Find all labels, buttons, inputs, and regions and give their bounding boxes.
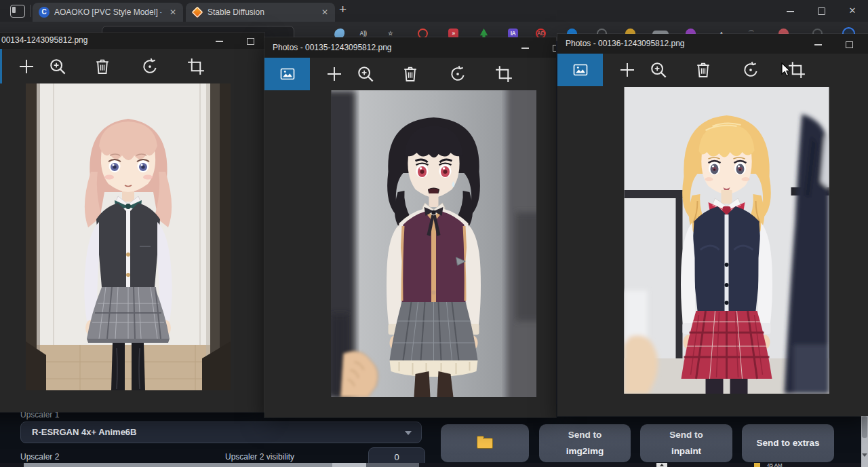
- send-to-extras-button[interactable]: Send to extras: [742, 424, 834, 462]
- photos-toolbar: [0, 49, 264, 83]
- stable-diffusion-favicon-icon: [192, 7, 203, 18]
- scrollbar-strip[interactable]: [332, 463, 366, 467]
- photos-window-title: Photos - 00135-1243095812.png: [273, 43, 391, 52]
- send-to-inpaint-button[interactable]: Send to inpaint: [640, 424, 732, 462]
- taskbar-sliver: 45 AM: [0, 463, 868, 467]
- new-tab-button[interactable]: +: [339, 2, 347, 17]
- zoom-icon[interactable]: [47, 56, 68, 77]
- see-all-photos-button[interactable]: [0, 49, 2, 83]
- minimize-icon[interactable]: [521, 48, 529, 49]
- window-title-bar[interactable]: Photos - 00136-1243095812.png: [557, 34, 868, 54]
- browser-tab-civitai[interactable]: C AOAOKO [PVC Style Model] - PV ✕: [33, 3, 183, 22]
- rotate-icon[interactable]: [741, 60, 761, 80]
- maximize-icon[interactable]: [846, 41, 853, 48]
- close-tab-icon[interactable]: ✕: [170, 7, 176, 17]
- window-title-bar[interactable]: Photos - 00135-1243095812.png: [264, 37, 556, 58]
- image-icon: [279, 66, 296, 82]
- send-to-img2img-button[interactable]: Send to img2img: [539, 424, 631, 462]
- maximize-icon[interactable]: [247, 38, 254, 45]
- tab-title: Stable Diffusion: [208, 7, 315, 17]
- see-all-photos-button[interactable]: [557, 54, 603, 86]
- window-minimize-button[interactable]: [780, 0, 800, 22]
- upscaler-1-value: R-ESRGAN 4x+ Anime6B: [32, 427, 136, 437]
- zoom-icon[interactable]: [355, 64, 376, 84]
- scrollbar-strip[interactable]: [24, 463, 332, 467]
- delete-icon[interactable]: [400, 64, 420, 84]
- scrollbar-thumb[interactable]: [862, 416, 867, 438]
- window-close-button[interactable]: ✕: [842, 0, 863, 22]
- photo-00134-image[interactable]: [26, 83, 231, 390]
- photos-window-00134: 00134-1243095812.png: [0, 33, 264, 412]
- photo-00135-image[interactable]: [331, 90, 536, 397]
- photos-toolbar: [264, 58, 556, 90]
- photos-window-title: Photos - 00136-1243095812.png: [566, 39, 684, 48]
- add-icon[interactable]: [617, 60, 637, 80]
- notification-icon: [754, 463, 760, 467]
- upscaler-2-visibility-label: Upscaler 2 visibility: [225, 452, 294, 462]
- tab-title: AOAOKO [PVC Style Model] - PV: [54, 7, 161, 17]
- window-restore-button[interactable]: [811, 0, 831, 22]
- mouse-cursor: [781, 62, 792, 80]
- minimize-icon[interactable]: [216, 41, 223, 42]
- rotate-icon[interactable]: [140, 56, 160, 77]
- photos-toolbar: [557, 54, 868, 86]
- add-icon[interactable]: [16, 56, 37, 77]
- scroll-down-icon[interactable]: [862, 453, 867, 457]
- photo-00136-image[interactable]: [624, 87, 829, 394]
- delete-icon[interactable]: [92, 56, 113, 77]
- upscaler-1-dropdown[interactable]: R-ESRGAN 4x+ Anime6B: [20, 422, 422, 443]
- photos-window-00135: Photos - 00135-1243095812.png: [264, 37, 556, 417]
- taskbar-clock: 45 AM: [767, 463, 783, 467]
- folder-icon: [477, 438, 493, 449]
- maximize-icon[interactable]: [553, 45, 556, 52]
- scrollbar-strip[interactable]: [366, 463, 419, 467]
- add-icon[interactable]: [324, 64, 344, 84]
- open-folder-button[interactable]: [441, 424, 529, 462]
- delete-icon[interactable]: [693, 60, 713, 80]
- desktop: C AOAOKO [PVC Style Model] - PV ✕ Stable…: [0, 0, 868, 467]
- close-tab-icon[interactable]: ✕: [321, 7, 328, 17]
- browser-tab-stable-diffusion[interactable]: Stable Diffusion ✕: [186, 3, 335, 22]
- crop-icon[interactable]: [186, 56, 206, 77]
- photos-window-00136: Photos - 00136-1243095812.png: [557, 34, 868, 416]
- browser-tab-bar: C AOAOKO [PVC Style Model] - PV ✕ Stable…: [0, 0, 868, 22]
- scrollbar-corner: [861, 463, 868, 467]
- upscaler-2-label: Upscaler 2: [20, 452, 59, 462]
- chevron-down-icon: [405, 431, 412, 435]
- crop-icon[interactable]: [494, 64, 514, 84]
- zoom-icon[interactable]: [648, 60, 669, 80]
- photos-window-title: 00134-1243095812.png: [1, 35, 87, 45]
- rotate-icon[interactable]: [448, 64, 468, 84]
- tab-list-icon[interactable]: [10, 5, 25, 18]
- image-icon: [572, 62, 589, 78]
- divider: [30, 5, 31, 17]
- civitai-favicon-icon: C: [39, 7, 50, 18]
- see-all-photos-button[interactable]: [264, 58, 310, 90]
- window-title-bar[interactable]: 00134-1243095812.png: [0, 33, 264, 49]
- minimize-icon[interactable]: [814, 44, 822, 45]
- taskbar-chevron-icon[interactable]: [656, 463, 667, 467]
